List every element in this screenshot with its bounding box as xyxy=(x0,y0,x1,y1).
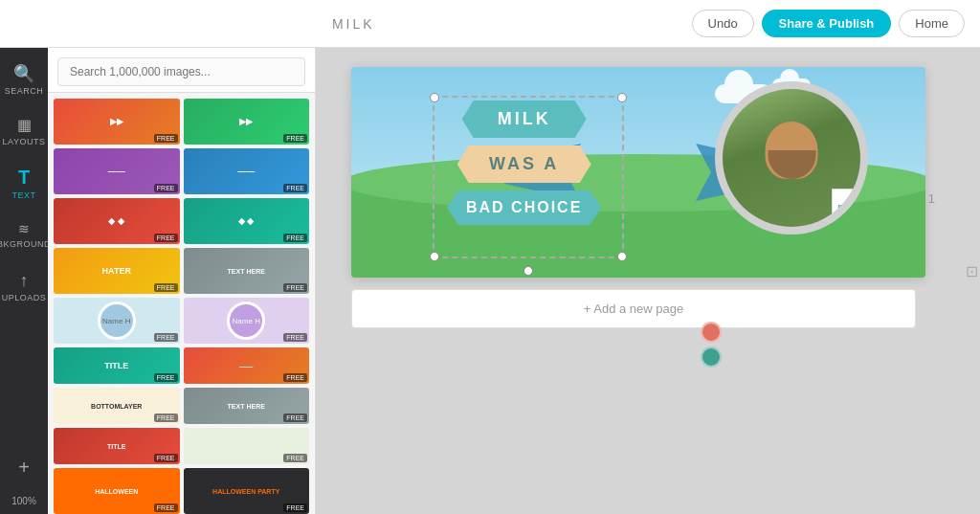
sidebar-item-background[interactable]: ≋ BKGROUND xyxy=(0,211,48,260)
list-item[interactable]: Title FREE xyxy=(54,347,180,384)
background-icon: ≋ xyxy=(18,222,30,235)
list-item[interactable]: —— FREE xyxy=(184,347,310,384)
list-item[interactable]: ◆ ◆ FREE xyxy=(54,198,180,244)
list-item[interactable]: —— FREE xyxy=(54,148,180,194)
list-item[interactable]: ◆ ◆ FREE xyxy=(184,198,310,244)
sidebar-item-text[interactable]: T TEXT xyxy=(0,159,48,209)
person-head xyxy=(766,122,818,179)
duplicate-page-button[interactable]: ⊡ xyxy=(966,262,978,280)
canvas-area: ⊕ ◫ ⊡ 🗑 1 ⊡ xyxy=(316,48,980,514)
layouts-icon: ▦ xyxy=(17,118,32,133)
list-item[interactable]: —— FREE xyxy=(184,148,310,194)
list-item[interactable]: Name H FREE xyxy=(54,298,180,344)
panel-search-area xyxy=(48,48,315,93)
sidebar-item-layouts[interactable]: ▦ LAYOUTS xyxy=(0,107,48,157)
elements-panel: ▶▶ FREE ▶▶ FREE —— FREE —— FREE ◆ ◆ FREE xyxy=(48,48,316,514)
canvas-container: ⊕ ◫ ⊡ 🗑 1 ⊡ xyxy=(351,67,945,328)
sidebar-bottom: + 100% xyxy=(0,442,48,514)
sidebar-item-uploads[interactable]: ↑ UPLOADS xyxy=(0,262,48,312)
person-beard xyxy=(768,150,815,179)
list-item[interactable]: HALLOWEEN Party FREE xyxy=(184,468,310,514)
main-layout: 🔍 SEARCH ▦ LAYOUTS T TEXT ≋ BKGROUND ↑ U… xyxy=(0,48,980,514)
list-item[interactable]: Title FREE xyxy=(54,428,180,464)
topbar-right: Undo Share & Publish Home xyxy=(692,10,965,37)
color-swatch-white[interactable] xyxy=(701,297,722,318)
list-item[interactable]: FREE xyxy=(184,428,310,464)
share-publish-button[interactable]: Share & Publish xyxy=(762,10,892,37)
color-swatches xyxy=(701,297,722,368)
sidebar-item-search[interactable]: 🔍 SEARCH xyxy=(0,56,48,105)
text-icon: T xyxy=(18,168,30,187)
ribbon-milk: MILK xyxy=(447,101,601,138)
text-milk: MILK xyxy=(498,109,551,128)
design-canvas[interactable]: MILK WAS A BAD CHOICE xyxy=(351,67,925,278)
list-item[interactable]: ▶▶ FREE xyxy=(184,99,310,145)
sidebar-uploads-label: UPLOADS xyxy=(2,293,47,302)
ribbon-group: MILK WAS A BAD CHOICE xyxy=(447,101,601,225)
topbar: MILK Undo Share & Publish Home xyxy=(0,0,980,48)
text-wasa: WAS A xyxy=(489,154,559,173)
left-sidebar: 🔍 SEARCH ▦ LAYOUTS T TEXT ≋ BKGROUND ↑ U… xyxy=(0,48,48,514)
circle-photo: milk xyxy=(715,81,868,235)
list-item[interactable]: Name H FREE xyxy=(184,298,310,344)
uploads-icon: ↑ xyxy=(20,272,29,289)
milk-carton: milk xyxy=(832,189,856,222)
list-item[interactable]: TEXT HERE FREE xyxy=(184,248,310,294)
page-number: 1 xyxy=(928,190,935,205)
search-input[interactable] xyxy=(57,57,305,86)
list-item[interactable]: HATER FREE xyxy=(54,248,180,294)
sidebar-layouts-label: LAYOUTS xyxy=(3,137,46,146)
search-icon: 🔍 xyxy=(13,65,34,82)
text-badchoice: BAD CHOICE xyxy=(466,199,582,215)
list-item[interactable]: HALLOWEEN FREE xyxy=(54,468,180,514)
ribbon-badchoice: BAD CHOICE xyxy=(447,190,601,225)
list-item[interactable]: TEXT HERE FREE xyxy=(184,388,310,424)
sidebar-text-label: TEXT xyxy=(11,190,35,200)
list-item[interactable]: ▶▶ FREE xyxy=(54,99,180,145)
sidebar-add-button[interactable]: + xyxy=(0,442,48,492)
zoom-level: 100% xyxy=(11,496,36,506)
list-item[interactable]: Bottomlayer FREE xyxy=(54,388,180,424)
home-button[interactable]: Home xyxy=(899,10,965,37)
undo-button[interactable]: Undo xyxy=(692,10,754,37)
color-swatch-teal[interactable] xyxy=(701,346,722,368)
ribbon-wasa: WAS A xyxy=(447,145,601,183)
add-page-button[interactable]: + Add a new page xyxy=(351,289,916,328)
person-silhouette xyxy=(753,112,830,227)
add-icon: + xyxy=(18,457,30,479)
sidebar-search-label: SEARCH xyxy=(5,86,44,96)
color-swatch-coral[interactable] xyxy=(701,322,722,343)
canvas-title: MILK xyxy=(332,16,375,32)
sidebar-background-label: BKGROUND xyxy=(0,239,51,249)
panel-grid: ▶▶ FREE ▶▶ FREE —— FREE —— FREE ◆ ◆ FREE xyxy=(48,93,315,514)
